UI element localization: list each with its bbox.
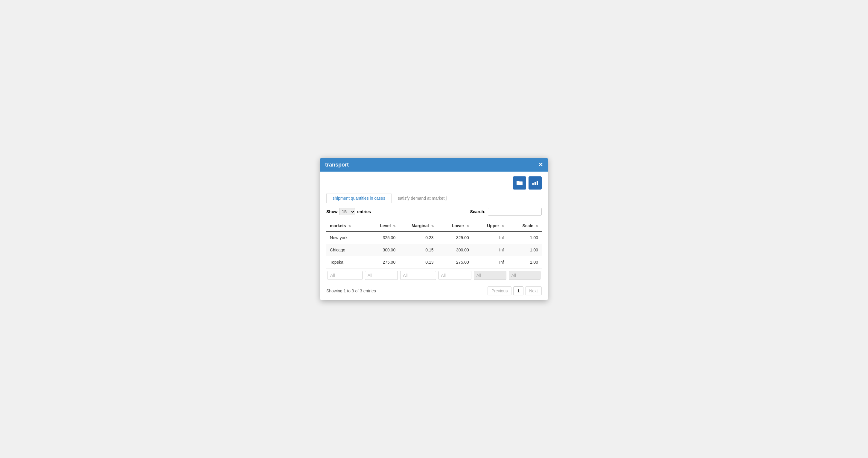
table-controls: Show 15 10 25 50 100 entries Search: [326, 208, 542, 216]
cell-lower: 300.00 [437, 244, 473, 256]
entries-label: entries [357, 209, 371, 214]
cell-marginal: 0.15 [399, 244, 437, 256]
modal-header: transport ✕ [320, 158, 548, 172]
footer-cell-markets [326, 268, 364, 283]
col-header-upper[interactable]: Upper ⇅ [473, 220, 507, 231]
cell-scale: 1.00 [507, 244, 542, 256]
footer-cell-level [364, 268, 399, 283]
toolbar [326, 176, 542, 190]
svg-rect-2 [536, 181, 538, 185]
data-table: markets ⇅ Level ⇅ Marginal ⇅ Lower ⇅ [326, 220, 542, 282]
filter-scale[interactable] [509, 271, 540, 280]
entries-select[interactable]: 15 10 25 50 100 [339, 208, 355, 215]
filter-lower[interactable] [438, 271, 471, 280]
table-footer-inputs-row [326, 268, 542, 283]
svg-rect-1 [534, 182, 536, 185]
sort-icon-markets: ⇅ [348, 225, 351, 228]
col-header-level[interactable]: Level ⇅ [364, 220, 399, 231]
cell-upper: Inf [473, 231, 507, 244]
col-header-scale[interactable]: Scale ⇅ [507, 220, 542, 231]
sort-icon-upper: ⇅ [502, 225, 504, 228]
cell-upper: Inf [473, 256, 507, 268]
sort-icon-scale: ⇅ [536, 225, 538, 228]
cell-level: 325.00 [364, 231, 399, 244]
table-row: Chicago300.000.15300.00Inf1.00 [326, 244, 542, 256]
cell-marginal: 0.13 [399, 256, 437, 268]
show-label: Show [326, 209, 337, 214]
filter-level[interactable] [365, 271, 398, 280]
filter-upper[interactable] [474, 271, 506, 280]
cell-upper: Inf [473, 244, 507, 256]
modal-title: transport [325, 162, 349, 168]
table-header-row: markets ⇅ Level ⇅ Marginal ⇅ Lower ⇅ [326, 220, 542, 231]
page-1-button[interactable]: 1 [513, 286, 523, 295]
search-area: Search: [470, 208, 542, 216]
filter-marginal[interactable] [400, 271, 436, 280]
tab-satisfy-demand[interactable]: satisfy demand at market j [392, 193, 453, 203]
transport-modal: transport ✕ shipment quantities in cases [320, 158, 548, 300]
footer-cell-lower [437, 268, 473, 283]
folder-button[interactable] [513, 176, 526, 190]
cell-level: 300.00 [364, 244, 399, 256]
cell-lower: 275.00 [437, 256, 473, 268]
close-button[interactable]: ✕ [538, 161, 543, 168]
search-input[interactable] [488, 208, 542, 216]
sort-icon-level: ⇅ [393, 225, 395, 228]
col-header-marginal[interactable]: Marginal ⇅ [399, 220, 437, 231]
cell-lower: 325.00 [437, 231, 473, 244]
show-entries-control: Show 15 10 25 50 100 entries [326, 208, 371, 215]
tab-shipment-quantities[interactable]: shipment quantities in cases [326, 193, 392, 203]
footer-cell-scale [507, 268, 542, 283]
tabs-container: shipment quantities in cases satisfy dem… [326, 193, 542, 203]
table-row: New-york325.000.23325.00Inf1.00 [326, 231, 542, 244]
svg-rect-0 [532, 183, 534, 185]
cell-markets: Chicago [326, 244, 364, 256]
search-label: Search: [470, 209, 486, 214]
cell-scale: 1.00 [507, 256, 542, 268]
sort-icon-lower: ⇅ [467, 225, 469, 228]
folder-icon [516, 180, 523, 186]
pagination-summary: Showing 1 to 3 of 3 entries [326, 289, 376, 293]
footer-cell-upper [473, 268, 507, 283]
table-footer: Showing 1 to 3 of 3 entries Previous 1 N… [326, 286, 542, 295]
footer-cell-marginal [399, 268, 437, 283]
modal-body: shipment quantities in cases satisfy dem… [320, 172, 548, 300]
col-header-markets[interactable]: markets ⇅ [326, 220, 364, 231]
cell-level: 275.00 [364, 256, 399, 268]
table-row: Topeka275.000.13275.00Inf1.00 [326, 256, 542, 268]
sort-icon-marginal: ⇅ [431, 225, 434, 228]
chart-icon [532, 180, 538, 186]
previous-button[interactable]: Previous [488, 286, 512, 295]
col-header-lower[interactable]: Lower ⇅ [437, 220, 473, 231]
next-button[interactable]: Next [525, 286, 542, 295]
pagination-controls: Previous 1 Next [488, 286, 542, 295]
cell-markets: New-york [326, 231, 364, 244]
chart-button[interactable] [529, 176, 542, 190]
filter-markets[interactable] [328, 271, 363, 280]
cell-marginal: 0.23 [399, 231, 437, 244]
cell-markets: Topeka [326, 256, 364, 268]
cell-scale: 1.00 [507, 231, 542, 244]
